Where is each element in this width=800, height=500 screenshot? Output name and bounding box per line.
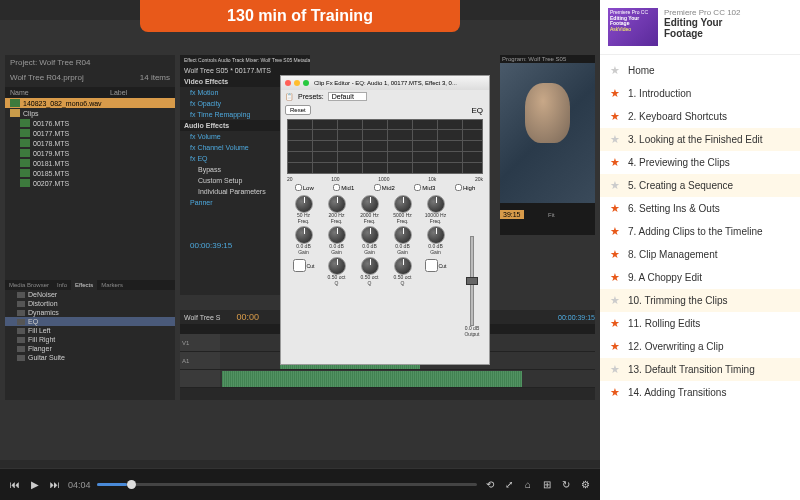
fx-item[interactable]: DeNoiser <box>5 290 175 299</box>
gain-knob[interactable] <box>427 226 445 244</box>
lesson-item[interactable]: ★3. Looking at the Finished Edit <box>600 128 800 151</box>
lesson-item[interactable]: ★2. Keyboard Shortcuts <box>600 105 800 128</box>
star-icon[interactable]: ★ <box>610 179 622 192</box>
track-a2[interactable] <box>180 370 595 388</box>
player-util-button[interactable]: ⚙ <box>578 478 592 492</box>
band-check-mid1[interactable]: Mid1 <box>333 184 354 191</box>
lesson-item[interactable]: ★4. Previewing the Clips <box>600 151 800 174</box>
play-button[interactable]: ▶ <box>28 478 42 492</box>
freq-knob[interactable] <box>427 195 445 213</box>
q-knob[interactable] <box>394 257 412 275</box>
star-icon[interactable]: ★ <box>610 271 622 284</box>
clip-row[interactable]: 00178.MTS <box>5 138 175 148</box>
track-a1-header[interactable]: A1 <box>180 352 220 369</box>
bin-wav[interactable]: 140823_082_mono6.wav <box>5 98 175 108</box>
fx-item[interactable]: Flanger <box>5 344 175 353</box>
close-icon[interactable] <box>285 80 291 86</box>
presets-select[interactable]: Default <box>328 92 367 101</box>
star-icon[interactable]: ★ <box>610 156 622 169</box>
gain-knob[interactable] <box>328 226 346 244</box>
bin-clips[interactable]: Clips <box>5 108 175 118</box>
lesson-item[interactable]: ★1. Introduction <box>600 82 800 105</box>
fx-item[interactable]: EQ <box>5 317 175 326</box>
player-util-button[interactable]: ⤢ <box>502 478 516 492</box>
lesson-item[interactable]: ★14. Adding Transitions <box>600 381 800 404</box>
lesson-item[interactable]: ★Home <box>600 59 800 82</box>
fx-item[interactable]: Distortion <box>5 299 175 308</box>
q-knob[interactable] <box>328 257 346 275</box>
band-check-mid3[interactable]: Mid3 <box>414 184 435 191</box>
star-icon[interactable]: ★ <box>610 317 622 330</box>
lesson-item[interactable]: ★12. Overwriting a Clip <box>600 335 800 358</box>
cut-low[interactable]: Cut <box>293 259 315 272</box>
star-icon[interactable]: ★ <box>610 202 622 215</box>
band-check-low[interactable]: Low <box>295 184 314 191</box>
lesson-item[interactable]: ★7. Adding Clips to the Timeline <box>600 220 800 243</box>
star-icon[interactable]: ★ <box>610 363 622 376</box>
band-check-mid2[interactable]: Mid2 <box>374 184 395 191</box>
freq-knob[interactable] <box>295 195 313 213</box>
q-knob[interactable] <box>361 257 379 275</box>
lesson-item[interactable]: ★9. A Choppy Edit <box>600 266 800 289</box>
gain-knob[interactable] <box>295 226 313 244</box>
col-name[interactable]: Name <box>10 89 110 96</box>
lesson-item[interactable]: ★5. Creating a Sequence <box>600 174 800 197</box>
presets-icon[interactable]: 📋 <box>285 93 294 101</box>
clip-row[interactable]: 00176.MTS <box>5 118 175 128</box>
output-slider[interactable]: 0.0 dB Output <box>463 236 481 346</box>
star-icon[interactable]: ★ <box>610 64 622 77</box>
seek-bar[interactable] <box>97 483 477 486</box>
next-button[interactable]: ⏭ <box>48 478 62 492</box>
tab-effects[interactable]: Effects <box>71 280 97 290</box>
lesson-item[interactable]: ★11. Rolling Edits <box>600 312 800 335</box>
track-v1-header[interactable]: V1 <box>180 334 220 351</box>
gain-knob[interactable] <box>361 226 379 244</box>
fit-dropdown[interactable]: Fit <box>548 212 555 218</box>
audio-clip-2[interactable] <box>222 371 522 387</box>
fx-item[interactable]: Guitar Suite <box>5 353 175 362</box>
lesson-item[interactable]: ★10. Trimming the Clips <box>600 289 800 312</box>
cut-high[interactable]: Cut <box>425 259 447 272</box>
player-util-button[interactable]: ⟲ <box>483 478 497 492</box>
prev-button[interactable]: ⏮ <box>8 478 22 492</box>
star-icon[interactable]: ★ <box>610 110 622 123</box>
clip-row[interactable]: 00185.MTS <box>5 168 175 178</box>
gain-knob[interactable] <box>394 226 412 244</box>
band-check-high[interactable]: High <box>455 184 475 191</box>
reset-button[interactable]: Reset <box>285 105 311 115</box>
eq-graph[interactable] <box>287 119 483 174</box>
zoom-icon[interactable] <box>303 80 309 86</box>
clip-row[interactable]: 00207.MTS <box>5 178 175 188</box>
freq-knob[interactable] <box>361 195 379 213</box>
star-icon[interactable]: ★ <box>610 87 622 100</box>
minimize-icon[interactable] <box>294 80 300 86</box>
player-util-button[interactable]: ↻ <box>559 478 573 492</box>
program-image[interactable] <box>500 63 595 203</box>
star-icon[interactable]: ★ <box>610 340 622 353</box>
star-icon[interactable]: ★ <box>610 386 622 399</box>
clip-row[interactable]: 00177.MTS <box>5 128 175 138</box>
fx-item[interactable]: Dynamics <box>5 308 175 317</box>
star-icon[interactable]: ★ <box>610 225 622 238</box>
fx-item[interactable]: Fill Right <box>5 335 175 344</box>
player-util-button[interactable]: ⌂ <box>521 478 535 492</box>
star-icon[interactable]: ★ <box>610 294 622 307</box>
course-header[interactable]: Premiere Pro CC Editing Your Footage Ask… <box>600 0 800 55</box>
lesson-item[interactable]: ★6. Setting Ins & Outs <box>600 197 800 220</box>
tab-info[interactable]: Info <box>53 280 71 290</box>
lesson-item[interactable]: ★8. Clip Management <box>600 243 800 266</box>
tab-markers[interactable]: Markers <box>97 280 127 290</box>
freq-knob[interactable] <box>328 195 346 213</box>
star-icon[interactable]: ★ <box>610 133 622 146</box>
tab-media-browser[interactable]: Media Browser <box>5 280 53 290</box>
lesson-item[interactable]: ★13. Default Transition Timing <box>600 358 800 381</box>
fx-item[interactable]: Fill Left <box>5 326 175 335</box>
freq-knob[interactable] <box>394 195 412 213</box>
col-label[interactable]: Label <box>110 89 127 96</box>
fx-tabs[interactable]: Effect Controls Audio Track Mixer: Wolf … <box>180 55 310 65</box>
clip-row[interactable]: 00181.MTS <box>5 158 175 168</box>
player-util-button[interactable]: ⊞ <box>540 478 554 492</box>
star-icon[interactable]: ★ <box>610 248 622 261</box>
eq-titlebar[interactable]: Clip Fx Editor - EQ: Audio 1, 00177.MTS,… <box>281 76 489 90</box>
clip-row[interactable]: 00179.MTS <box>5 148 175 158</box>
